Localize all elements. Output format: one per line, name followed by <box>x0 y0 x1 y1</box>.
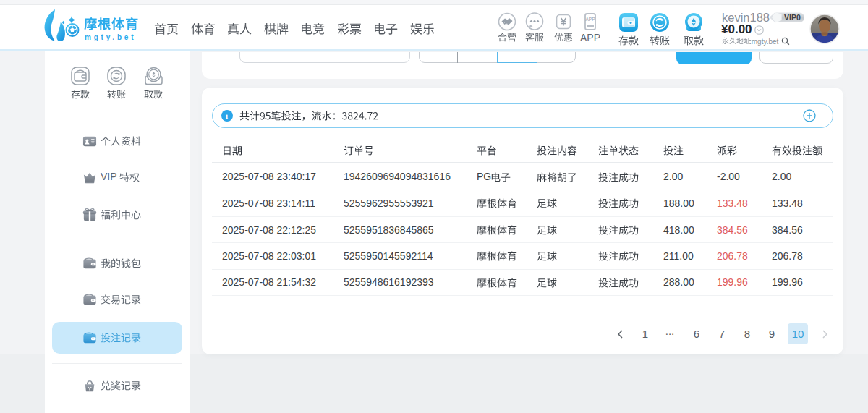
svg-text:VIP0: VIP0 <box>784 13 801 22</box>
svg-text:APP: APP <box>585 17 595 22</box>
